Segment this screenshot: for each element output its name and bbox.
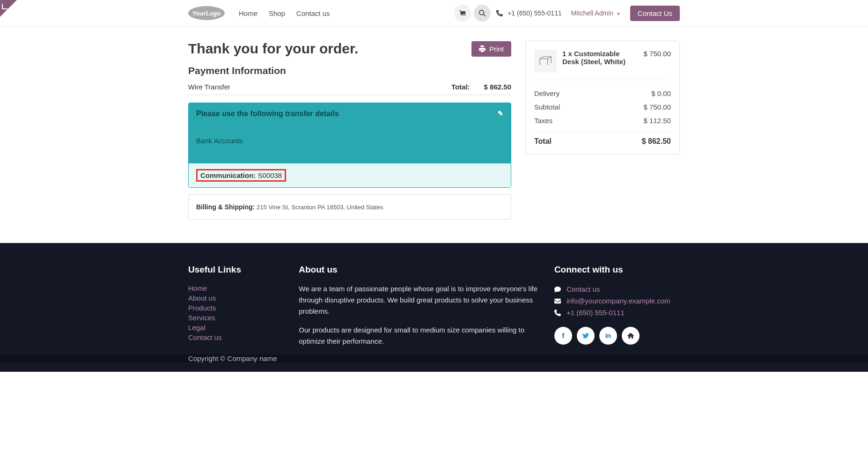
product-price: $ 750.00	[644, 50, 671, 58]
user-menu[interactable]: Mitchell Admin ▼	[571, 9, 621, 17]
communication-highlight: Communication: S00038	[196, 169, 286, 182]
twitter-icon[interactable]	[577, 327, 595, 345]
summary-total: Total $ 862.50	[534, 131, 671, 146]
transfer-title: Please use the following transfer detail…	[196, 110, 339, 118]
edit-ribbon[interactable]	[0, 0, 17, 17]
summary-line-delivery: Delivery $ 0.00	[534, 87, 671, 100]
footer-link[interactable]: Home	[188, 283, 285, 293]
logo[interactable]: YourLogo	[188, 6, 225, 20]
print-button[interactable]: Print	[471, 41, 511, 57]
header-phone: +1 (650) 555-0111	[496, 9, 561, 17]
total-amount: $ 862.50	[484, 83, 511, 91]
chat-icon	[554, 286, 561, 293]
logo-light: Logo	[206, 10, 221, 17]
billing-shipping-box: Billing & Shipping: 215 Vine St, Scranto…	[188, 194, 511, 220]
payment-info-heading: Payment Information	[188, 65, 511, 76]
footer-link[interactable]: Legal	[188, 323, 285, 332]
logo-bold: Your	[192, 10, 206, 17]
nav-contact[interactable]: Contact us	[292, 6, 335, 21]
mail-icon	[554, 298, 561, 304]
nav-home[interactable]: Home	[234, 6, 262, 21]
footer-connect: Connect with us Contact us info@yourcomp…	[554, 265, 680, 354]
home-icon[interactable]	[622, 327, 640, 345]
summary-line-taxes: Taxes $ 112.50	[534, 114, 671, 127]
main-nav: Home Shop Contact us	[234, 9, 335, 17]
page-title: Thank you for your order.	[188, 41, 358, 57]
footer-link[interactable]: About us	[188, 293, 285, 303]
footer-link[interactable]: Contact us	[188, 332, 285, 342]
footer-contact-link[interactable]: Contact us	[566, 284, 600, 294]
bank-accounts-label: Bank Accounts	[196, 137, 243, 145]
nav-shop[interactable]: Shop	[264, 6, 290, 21]
footer-email-link[interactable]: info@yourcompany.example.com	[566, 296, 670, 306]
print-icon	[479, 45, 485, 52]
pencil-icon[interactable]: ✎	[498, 110, 503, 118]
contact-us-button[interactable]: Contact Us	[630, 6, 680, 21]
footer-link[interactable]: Products	[188, 303, 285, 313]
copyright-text: Copyright © Company name	[188, 354, 277, 362]
cart-icon[interactable]	[454, 5, 471, 22]
total-label: Total:	[451, 83, 470, 91]
footer-about: About us We are a team of passionate peo…	[299, 265, 540, 354]
facebook-icon[interactable]: f	[554, 327, 572, 345]
footer-useful-links: Useful Links Home About us Products Serv…	[188, 265, 285, 354]
transfer-details-box: Please use the following transfer detail…	[188, 103, 511, 188]
summary-line-subtotal: Subtotal $ 750.00	[534, 100, 671, 114]
product-image	[534, 50, 557, 72]
product-name: 1 x Customizable Desk (Steel, White)	[562, 50, 638, 66]
search-icon[interactable]	[474, 5, 491, 22]
footer-phone-link[interactable]: +1 (650) 555-0111	[566, 308, 625, 317]
order-summary-card: 1 x Customizable Desk (Steel, White) $ 7…	[525, 41, 680, 155]
chevron-down-icon: ▼	[616, 11, 621, 16]
payment-method: Wire Transfer	[188, 83, 230, 91]
linkedin-icon[interactable]: in	[599, 327, 617, 345]
footer-link[interactable]: Services	[188, 313, 285, 323]
phone-icon	[554, 310, 561, 316]
